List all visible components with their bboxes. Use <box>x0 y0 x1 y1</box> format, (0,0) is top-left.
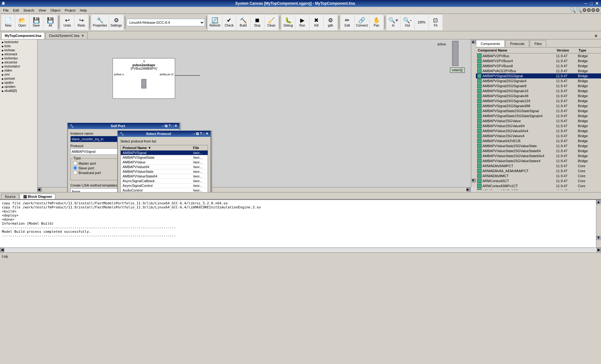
comp-header-name[interactable]: Component Name <box>477 48 556 52</box>
open-button[interactable]: 📂 Open <box>15 15 29 30</box>
comp-row[interactable]: ARMAEMv8A_AEMv8AMPCT 11.9.47 Core <box>476 168 601 173</box>
comp-row[interactable]: ARMAEMv8MCT 11.9.47 Core <box>476 173 601 178</box>
protocol-row[interactable]: AMBAPVValueState/wor... <box>121 169 208 174</box>
sp-restore-icon[interactable]: ⧉ <box>196 132 199 136</box>
check-button[interactable]: ✔ Check <box>222 15 236 30</box>
save-all-button[interactable]: 💾 All <box>43 15 57 30</box>
comp-row[interactable]: AMBAPV2PVBusx8 11.9.47 Bridge <box>476 63 601 68</box>
sidebar-locksvtaircr[interactable]: locksvtaircr <box>1 64 37 68</box>
dialog-restore-icon[interactable]: ⧉ <box>165 124 168 128</box>
comp-row[interactable]: AMBAPVSignal2SGSignal 11.9.47 Bridge <box>476 73 601 78</box>
sidebar-ticks[interactable]: ticks <box>1 44 37 48</box>
pvbus-block[interactable] <box>452 41 458 66</box>
comp-row[interactable]: AMBAPV2PVBusx4 11.9.47 Bridge <box>476 58 601 63</box>
comp-row[interactable]: AMBAPVACE2PVBus 11.9.47 Bridge <box>476 68 601 73</box>
menu-search[interactable]: Search <box>22 8 36 13</box>
tab-block-diagram[interactable]: ⬛ Block Diagram <box>20 194 55 199</box>
connect-button[interactable]: 🔗 Connect <box>355 15 369 30</box>
select-protocol-title-icons[interactable]: ─ ⧉ ? □ ✕ <box>193 132 209 136</box>
protocol-row[interactable]: AMBAPVSignalState/wor... <box>121 155 208 160</box>
comp-row[interactable]: AMBAPVValue642VECB 11.9.47 Bridge <box>476 138 601 143</box>
new-button[interactable]: 📄 New <box>1 15 15 30</box>
tab-source[interactable]: Source <box>1 194 19 199</box>
protocol-row[interactable]: AMBAPVValue64/wor... <box>121 165 208 169</box>
slave-port-radio[interactable] <box>73 166 77 170</box>
log-vscroll[interactable]: ▲ ▼ <box>596 200 601 247</box>
pvbus2amba-block[interactable]: ℹ pvbus2ambapv (PVBus2AMBAPV) pvbus s am… <box>113 58 175 99</box>
comp-row[interactable]: ARMCortexA5MPx1CT 11.9.47 Core <box>476 183 601 188</box>
sp-minimize-icon[interactable]: ─ <box>193 132 196 136</box>
close-btn[interactable]: ✕ <box>594 1 600 6</box>
dialog-minimize-icon[interactable]: ─ <box>162 124 164 128</box>
protocol-row[interactable]: AsyncSignalControl/wor... <box>121 183 208 188</box>
dialog-help-icon[interactable]: ? <box>168 124 170 128</box>
log-hscroll[interactable]: ◀ ▶ <box>0 247 601 252</box>
menu-view[interactable]: View <box>37 8 48 13</box>
protocol-row[interactable]: AsyncSignalCallback/wor... <box>121 179 208 183</box>
clean-button[interactable]: 🧹 Clean <box>265 15 278 30</box>
dialog-maximize-icon[interactable]: □ <box>171 124 174 128</box>
pan-button[interactable]: ✋ Pan <box>370 15 383 30</box>
sp-maximize-icon[interactable]: □ <box>203 132 205 136</box>
protocol-row[interactable]: AudioControl/wor... <box>121 188 208 192</box>
sidebar-wicenack[interactable]: wicenack <box>1 52 37 56</box>
redo-button[interactable]: ↪ Redo <box>74 15 88 30</box>
comp-row[interactable]: ARMAEMv8AMPCT 11.9.47 Core <box>476 163 601 168</box>
comp-row[interactable]: AMBAPVValue2SGValue64 11.9.47 Bridge <box>476 123 601 128</box>
comp-row[interactable]: AMBAPVSignal2SGSignalx224 11.9.47 Bridge <box>476 98 601 103</box>
menu-help[interactable]: Help <box>78 8 89 13</box>
extern-block[interactable]: extern[] <box>450 67 465 73</box>
undo-button[interactable]: ↩ Undo <box>60 15 74 30</box>
tab-clock2sys-close[interactable]: ✕ <box>81 34 84 38</box>
sp-close-icon[interactable]: ✕ <box>205 132 209 136</box>
comp-row[interactable]: ARMCortexA5MPx2CT 11.9.47 Core <box>476 188 601 190</box>
broadcast-port-radio[interactable] <box>73 171 77 175</box>
refresh-button[interactable]: 🔄 Refresh <box>208 15 222 30</box>
menu-edit[interactable]: Edit <box>11 8 21 13</box>
debug-button[interactable]: 🐛 Debug <box>281 15 295 30</box>
comp-row[interactable]: AMBAPVSignalState2SGStateSignalx4 11.9.4… <box>476 113 601 118</box>
properties-button[interactable]: 🔧 Properties <box>91 15 109 30</box>
log-scroll-container[interactable]: copy file /work/tests/fmProduct/11.9/ins… <box>0 200 596 247</box>
tab-components[interactable]: Components <box>476 40 505 47</box>
proto-col-file[interactable]: File <box>191 145 208 151</box>
gdb-button[interactable]: ⚙ gdb <box>324 15 337 30</box>
self-port-dialog-title[interactable]: 🔧 Self Port ─ ⧉ ? □ ✕ <box>68 123 179 129</box>
comp-row[interactable]: AMBAPVSignal2SGSignalx48 11.9.47 Bridge <box>476 93 601 98</box>
protocol-row[interactable]: AMBAPVSignal/wor... <box>121 151 208 155</box>
sp-help-icon[interactable]: ? <box>199 132 202 136</box>
comp-row[interactable]: ARMCortexA5CT 11.9.47 Core <box>476 178 601 183</box>
run-button[interactable]: ▶ Run <box>295 15 309 30</box>
dialog-title-icons[interactable]: ─ ⧉ ? □ ✕ <box>162 124 177 128</box>
sidebar-spniden[interactable]: spniden <box>1 85 37 89</box>
sidebar-nmi[interactable]: nmi <box>1 72 37 77</box>
menu-project[interactable]: Project <box>63 8 77 13</box>
stop-button[interactable]: ⏹ Stop <box>250 15 264 30</box>
comp-row[interactable]: AMBAPVValueState2SGValueState64x4 11.9.4… <box>476 153 601 158</box>
master-port-radio[interactable] <box>73 161 77 165</box>
comp-row[interactable]: AMBAPV2PVBus 11.9.47 Bridge <box>476 53 601 58</box>
zoom-in-button[interactable]: 🔍+ In <box>386 15 400 30</box>
comp-row[interactable]: AMBAPVSignalState2SGStateSignal 11.9.47 … <box>476 108 601 113</box>
comp-row[interactable]: AMBAPVValue2SGValuex4 11.9.47 Bridge <box>476 133 601 138</box>
sidebar-wicsense[interactable]: wicsense <box>1 60 37 64</box>
sidebar-locknsvtor[interactable]: locknsvtor <box>1 40 37 44</box>
comp-row[interactable]: AMBAPVSignal2SGSignalx8 11.9.47 Bridge <box>476 83 601 88</box>
comp-header-version[interactable]: Version <box>556 48 578 52</box>
maximize-btn[interactable]: □ <box>589 1 593 6</box>
build-button[interactable]: 🔨 Build <box>236 15 250 30</box>
title-bar-controls[interactable]: ─ □ ✕ <box>583 1 600 6</box>
menu-file[interactable]: File <box>1 8 11 13</box>
sidebar-stcalib0[interactable]: stcalib[0] <box>1 89 37 93</box>
protocol-row[interactable]: AMBAPVValue/wor... <box>121 160 208 165</box>
sidebar-locksau[interactable]: locksau <box>1 48 37 52</box>
canvas-area[interactable]: locknsvtor ticks locksau wicenack locksm… <box>0 39 476 192</box>
canvas-vscroll[interactable]: ▲ ▼ <box>471 39 476 187</box>
tab-files[interactable]: Files <box>530 40 546 47</box>
comp-row[interactable]: AMBAPVValue2SGValue 11.9.47 Bridge <box>476 118 601 123</box>
comp-row[interactable]: AMBAPVSignal2SGSignalx988 11.9.47 Bridge <box>476 103 601 108</box>
comp-header-type[interactable]: Type <box>578 48 600 52</box>
select-protocol-title-bar[interactable]: 🔧 Select Protocol ─ ⧉ ? □ ✕ <box>118 131 210 137</box>
comp-row[interactable]: AMBAPVSignal2SGSignalx16 11.9.47 Bridge <box>476 88 601 93</box>
sidebar-poreset[interactable]: poreset <box>1 77 37 81</box>
